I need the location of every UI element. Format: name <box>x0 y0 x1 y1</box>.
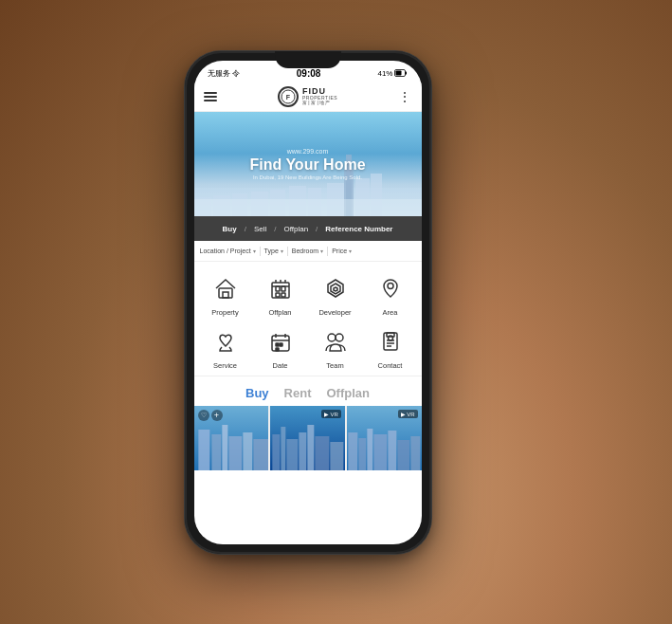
svg-rect-66 <box>373 434 387 470</box>
svg-rect-36 <box>276 343 279 346</box>
svg-rect-57 <box>287 439 299 470</box>
svg-rect-26 <box>282 293 285 297</box>
tab-buy[interactable]: Buy <box>215 216 245 241</box>
icons-section: Property <box>194 262 422 376</box>
status-battery: 41% <box>377 69 408 78</box>
icon-item-area[interactable]: Area <box>363 271 418 317</box>
svg-rect-1 <box>396 71 402 76</box>
tab-reference-number[interactable]: Reference Number <box>318 216 400 241</box>
svg-rect-25 <box>276 293 280 297</box>
filter-divider-1 <box>260 247 261 256</box>
status-signal: 无服务 令 <box>208 68 240 79</box>
svg-rect-49 <box>211 434 221 470</box>
icon-item-developer[interactable]: Developer <box>308 271 363 317</box>
svg-rect-38 <box>276 348 279 351</box>
icons-grid: Property <box>198 271 418 370</box>
icon-item-property[interactable]: Property <box>198 271 253 317</box>
prop-tab-buy[interactable]: Buy <box>245 386 269 400</box>
more-options-icon[interactable]: ⋮ <box>398 89 411 104</box>
date-icon <box>263 324 298 358</box>
property-tabs: Buy Rent Offplan <box>194 376 422 406</box>
svg-rect-60 <box>316 436 330 470</box>
filter-location[interactable]: Location / Project ▾ <box>200 248 256 254</box>
team-icon <box>318 324 353 358</box>
svg-rect-48 <box>198 430 209 470</box>
svg-rect-64 <box>358 438 366 470</box>
svg-rect-22 <box>272 283 289 298</box>
svg-rect-19 <box>194 199 422 216</box>
svg-rect-67 <box>388 431 396 470</box>
price-arrow-icon: ▾ <box>349 248 352 254</box>
app-content: F FIDU PROPERTIES 富 | 富 | 地 产 ⋮ <box>194 82 422 544</box>
svg-rect-56 <box>282 427 286 470</box>
scene: 无服务 令 09:08 41% <box>0 0 672 624</box>
favorite-icon-1[interactable]: ♡ <box>198 410 209 421</box>
svg-rect-37 <box>280 343 282 346</box>
tab-offplan[interactable]: Offplan <box>276 216 316 241</box>
svg-rect-55 <box>273 434 281 470</box>
svg-rect-69 <box>410 436 420 470</box>
team-label: Team <box>326 361 343 370</box>
filter-type[interactable]: Type ▾ <box>264 248 283 254</box>
app-header: F FIDU PROPERTIES 富 | 富 | 地 产 ⋮ <box>194 82 422 112</box>
hero-title: Find Your Home <box>249 156 365 174</box>
location-arrow-icon: ▾ <box>253 248 256 254</box>
add-icon-1[interactable]: + <box>211 410 223 421</box>
prop-tab-offplan[interactable]: Offplan <box>326 386 370 400</box>
filter-bedroom[interactable]: Bedroom ▾ <box>292 248 323 254</box>
offplan-icon <box>263 271 298 305</box>
svg-point-46 <box>388 336 392 340</box>
hamburger-menu-icon[interactable] <box>204 92 217 101</box>
battery-icon <box>394 69 408 77</box>
svg-rect-59 <box>308 425 315 470</box>
property-label: Property <box>211 308 238 317</box>
prop-tab-rent[interactable]: Rent <box>284 386 312 400</box>
hero-website: www.299.com <box>287 148 329 155</box>
svg-rect-68 <box>397 440 409 470</box>
contact-label: Contact <box>378 361 403 370</box>
icon-item-date[interactable]: Date <box>253 324 308 370</box>
offplan-label: Offplan <box>268 308 291 317</box>
svg-rect-20 <box>219 288 232 298</box>
filter-row: Location / Project ▾ Type ▾ Bedroom ▾ <box>194 241 422 262</box>
svg-rect-51 <box>228 436 242 470</box>
svg-rect-58 <box>300 432 307 470</box>
svg-marker-30 <box>334 287 337 291</box>
hero-section: www.299.com Find Your Home In Dubai, 19 … <box>194 112 422 216</box>
svg-point-31 <box>388 284 393 289</box>
svg-text:F: F <box>286 94 291 101</box>
hero-subtitle: In Dubai, 19 New Buildings Are Being Sol… <box>253 174 362 180</box>
svg-rect-61 <box>331 442 344 470</box>
svg-rect-50 <box>222 425 227 470</box>
svg-rect-65 <box>367 429 372 470</box>
svg-point-40 <box>336 334 343 341</box>
svg-point-39 <box>328 334 336 341</box>
area-icon <box>373 271 408 305</box>
phone-notch <box>275 51 341 68</box>
developer-label: Developer <box>318 308 351 317</box>
logo-area: F FIDU PROPERTIES 富 | 富 | 地 产 <box>278 86 337 107</box>
icon-item-team[interactable]: Team <box>308 324 363 370</box>
contact-icon <box>373 324 408 358</box>
icon-item-service[interactable]: Service <box>198 324 253 370</box>
icon-item-contact[interactable]: Contact <box>363 324 418 370</box>
filter-price[interactable]: Price ▾ <box>332 248 352 254</box>
logo-text: FIDU PROPERTIES 富 | 富 | 地 产 <box>302 87 337 105</box>
svg-rect-52 <box>243 432 252 470</box>
bedroom-arrow-icon: ▾ <box>320 248 323 254</box>
video-badge-3: ▶ VR <box>398 410 418 418</box>
svg-marker-29 <box>331 284 340 294</box>
date-label: Date <box>273 361 288 370</box>
svg-rect-2 <box>406 72 408 75</box>
property-image-3: ▶ VR <box>347 406 422 470</box>
logo-icon: F <box>278 86 299 107</box>
video-badge-2: ▶ VR <box>321 410 341 418</box>
type-arrow-icon: ▾ <box>281 248 283 254</box>
status-time: 09:08 <box>297 68 321 79</box>
property-images: ♡ + <box>194 406 422 470</box>
filter-divider-3 <box>327 247 328 256</box>
icon-item-offplan[interactable]: Offplan <box>253 271 308 317</box>
area-label: Area <box>383 308 398 317</box>
search-tabs: Buy / Sell / Offplan / Reference Number <box>194 216 422 241</box>
tab-sell[interactable]: Sell <box>246 216 274 241</box>
